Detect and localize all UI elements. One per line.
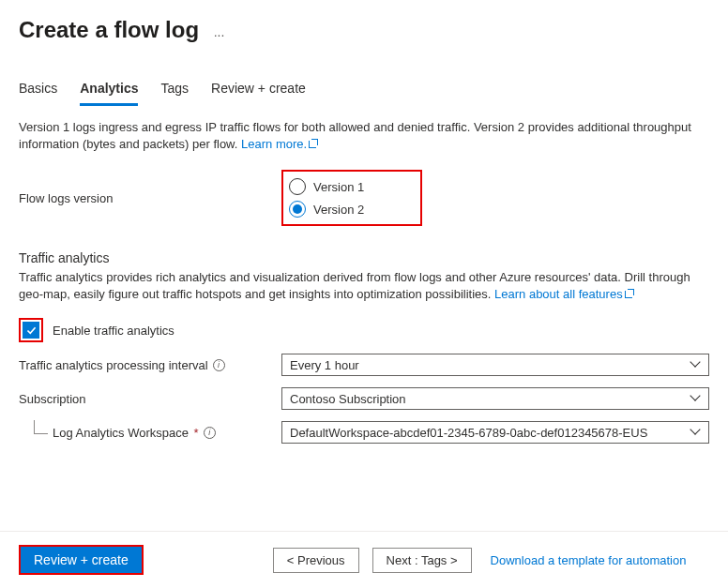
version-description: Version 1 logs ingress and egress IP tra…: [19, 119, 709, 153]
interval-label: Traffic analytics processing interval i: [19, 358, 281, 372]
info-icon[interactable]: i: [204, 427, 216, 439]
traffic-heading: Traffic analytics: [19, 250, 709, 265]
next-button[interactable]: Next : Tags >: [372, 548, 472, 573]
tab-bar: Basics Analytics Tags Review + create: [0, 77, 728, 106]
download-template-link[interactable]: Download a template for automation: [491, 553, 687, 567]
chevron-down-icon: [691, 360, 701, 369]
required-indicator: *: [190, 426, 199, 440]
tab-tags[interactable]: Tags: [160, 77, 189, 106]
enable-traffic-label: Enable traffic analytics: [53, 324, 174, 338]
review-create-button[interactable]: Review + create: [19, 545, 144, 575]
radio-icon: [289, 178, 306, 195]
radio-icon: [289, 201, 306, 218]
version-radio-group: Version 1 Version 2: [281, 170, 422, 226]
chevron-down-icon: [691, 394, 701, 403]
subscription-select[interactable]: Contoso Subscription: [281, 387, 709, 410]
previous-button[interactable]: < Previous: [273, 548, 359, 573]
more-icon[interactable]: ···: [214, 27, 225, 42]
radio-version-1[interactable]: Version 1: [289, 175, 364, 198]
interval-value: Every 1 hour: [290, 358, 359, 372]
checkmark-icon: [25, 324, 38, 337]
chevron-down-icon: [691, 428, 701, 437]
info-icon[interactable]: i: [213, 359, 225, 371]
tab-basics[interactable]: Basics: [19, 77, 57, 106]
interval-select[interactable]: Every 1 hour: [281, 354, 709, 376]
subscription-value: Contoso Subscription: [290, 392, 406, 406]
external-link-icon: [309, 139, 318, 148]
enable-traffic-checkbox[interactable]: [23, 322, 39, 339]
workspace-select[interactable]: DefaultWorkspace-abcdef01-2345-6789-0abc…: [281, 421, 709, 444]
radio-label: Version 2: [313, 203, 364, 217]
traffic-description: Traffic analytics provides rich analytic…: [19, 269, 709, 303]
workspace-value: DefaultWorkspace-abcdef01-2345-6789-0abc…: [290, 426, 647, 440]
external-link-icon: [625, 289, 634, 298]
learn-more-link[interactable]: Learn more.: [241, 137, 318, 151]
workspace-label: Log Analytics Workspace * i: [19, 426, 281, 440]
tab-review[interactable]: Review + create: [211, 77, 306, 106]
page-title: Create a flow log: [19, 17, 199, 43]
version-label: Flow logs version: [19, 191, 281, 205]
radio-label: Version 1: [313, 180, 364, 194]
learn-features-link[interactable]: Learn about all features: [494, 287, 634, 301]
version-desc-text: Version 1 logs ingress and egress IP tra…: [19, 120, 691, 151]
radio-version-2[interactable]: Version 2: [289, 198, 364, 220]
subscription-label: Subscription: [19, 392, 281, 406]
tab-analytics[interactable]: Analytics: [80, 77, 138, 106]
footer-bar: Review + create < Previous Next : Tags >…: [0, 531, 728, 588]
